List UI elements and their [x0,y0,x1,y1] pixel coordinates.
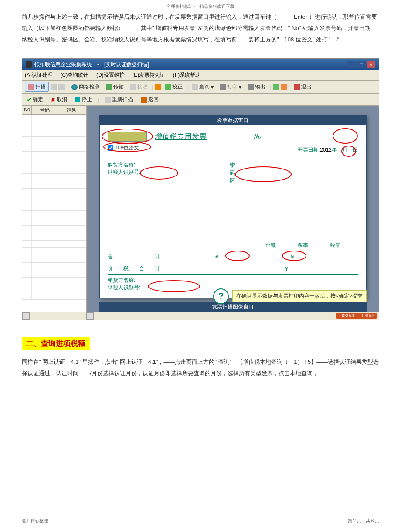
back-icon [141,97,147,103]
scan-button[interactable]: 扫描 [25,82,49,92]
buyer-taxpayer-label: 纳税人识别号: [108,169,204,176]
tax-header: 税额 [330,242,340,249]
doc-icon-1[interactable] [51,84,57,90]
menu-auth[interactable]: (A)认证处理 [25,72,53,78]
grid-row[interactable] [22,189,86,196]
rescan-button[interactable]: 重新扫描 [102,95,135,104]
transfer-icon [106,84,112,90]
grid-row[interactable] [22,218,86,226]
grid-row[interactable] [22,203,86,211]
globe-icon [71,84,78,90]
grid-row[interactable] [22,233,86,241]
grid-row[interactable] [22,196,86,203]
correct-icon [165,84,171,90]
export-button[interactable]: 输出 [245,82,268,91]
grid-row[interactable] [22,166,86,174]
exit-icon [294,84,300,90]
scroll-right-button[interactable] [86,312,94,320]
menu-help[interactable]: (F)系统帮助 [173,72,200,78]
grid-row[interactable] [22,241,86,248]
invoice-data-window: 发票数据窗口 增值税专用发票 No [99,115,367,298]
grid-row[interactable] [22,248,86,255]
network-speed-badge: ↓ 0KB/S ↑ 0KB/S [336,313,377,319]
stop-button[interactable]: 停止 [73,95,94,104]
col-number: 号码 [32,106,58,114]
invoice-code-input[interactable] [108,132,147,142]
grid-row[interactable] [22,152,86,159]
yen-pricetax: ￥ [284,265,289,273]
grid-row[interactable] [22,174,86,181]
seller-name-label: 销货方名称: [108,277,358,284]
grid-row[interactable] [22,226,86,233]
red-circle-marker [225,251,250,261]
invoice-type-link[interactable]: 增值税专用发票 [155,132,207,142]
yen-amount: ￥ [214,253,220,261]
transfer-button[interactable]: 传输 [104,82,126,91]
check-icon: ✔ [27,97,31,103]
exit-button[interactable]: 退出 [292,82,314,91]
close-button[interactable]: × [367,61,375,68]
app-icon [26,61,32,68]
horizontal-scrollbar[interactable]: ↓ 0KB/S ↑ 0KB/S [22,312,379,320]
user-icon[interactable] [281,84,287,90]
grid-row[interactable] [22,159,86,166]
footer-right: 第 2 页，共 6 页 [348,518,379,524]
maximize-button[interactable]: □ [357,61,366,68]
left-grid-panel: No 号码 结果 [22,106,87,312]
scan-icon [28,84,34,90]
total-label: 合 计 [108,253,170,261]
menu-query[interactable]: (C)查询统计 [61,72,89,78]
col-result: 结果 [58,106,85,114]
password-area: 密 码 区 [230,161,235,185]
download-arrow-icon: ↓ [339,313,341,318]
grid-row[interactable] [22,255,86,263]
grid-row[interactable] [22,122,86,129]
confirm-button[interactable]: ✔ 确定 [25,95,45,104]
receive-button[interactable]: 接收 [128,82,150,91]
grid-row[interactable] [22,292,86,300]
grid-body [22,115,86,300]
application-window: 抵扣联信息企业采集系统 - [实时认证数据扫描] _ □ × (A)认证处理 (… [22,58,379,320]
grid-row[interactable] [22,270,86,278]
menu-settings[interactable]: (D)设置维护 [96,72,125,78]
stop-icon [75,97,80,102]
red-circle-marker [333,128,358,144]
info-icon: ? [213,288,229,304]
print-button[interactable]: 打印 ▾ [217,82,244,91]
netcheck-button[interactable]: 网络检测 [69,82,102,91]
toolbar-primary: 扫描 | 网络检测 传输 接收 | 校正 | [22,81,379,94]
menubar: (A)认证处理 (C)查询统计 (D)设置维护 (E)发票转凭证 (F)系统帮助 [22,70,379,81]
col-no: No [22,106,32,114]
query-button[interactable]: 查询 ▾ [190,82,216,91]
paragraph-2: 同样在" 网上认证 4.1" 里操作，点击" 网上认证 4.1"，——点击页面上… [22,356,379,379]
correct-button[interactable]: 校正 [163,82,185,91]
grid-row[interactable] [22,263,86,270]
ciphertext-label: 108位密文 [115,145,139,151]
menu-invoice[interactable]: (E)发票转凭证 [132,72,165,78]
grid-row[interactable] [22,278,86,285]
tool-icon-1[interactable] [155,84,161,90]
grid-row[interactable] [22,137,86,144]
grid-row[interactable] [22,211,86,218]
cancel-button[interactable]: ✘ 取消 [49,95,69,104]
grid-row[interactable] [22,115,86,122]
section-2-title: 二、查询进项税额 [22,337,90,350]
scroll-left-button[interactable] [22,312,30,320]
page-header: 名师资料总结 · · ·精品资料欢迎下载 [0,0,401,11]
invoice-window-title: 发票数据窗口 [100,115,366,125]
grid-row[interactable] [22,129,86,137]
invoice-panel: 发票数据窗口 增值税专用发票 No [87,106,379,312]
invoice-no-label: No [254,133,262,140]
back-button[interactable]: 返回 [139,95,161,104]
doc-icon-2[interactable] [58,84,65,90]
grid-row[interactable] [22,181,86,189]
print-icon [220,84,226,90]
ciphertext-checkbox[interactable] [108,145,113,151]
footer-left: 名师精心整理 [22,518,48,524]
minimize-button[interactable]: _ [347,61,356,68]
flag-icon[interactable] [273,84,279,90]
grid-row[interactable] [22,144,86,152]
grid-row[interactable] [22,285,86,292]
paragraph-1: 前几步操作与上述一致，在扫描提示错误后未认证通过时，在发票数据窗口里进行输入，通… [22,11,379,45]
rescan-icon [105,97,111,103]
